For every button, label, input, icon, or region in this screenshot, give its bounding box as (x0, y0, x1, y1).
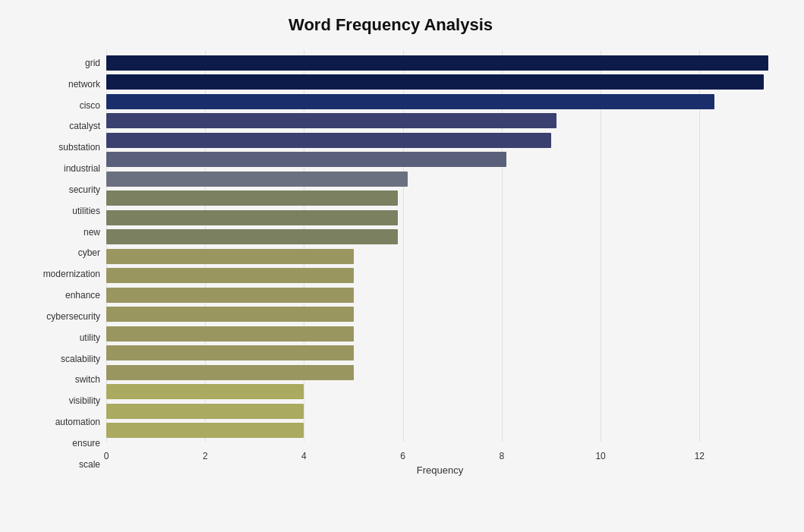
bar-automation (106, 384, 304, 399)
x-tick-10: 10 (595, 451, 605, 461)
x-tick-0: 0 (104, 451, 109, 461)
chart-title: Word Frequency Analysis (8, 15, 774, 35)
y-label-enhance: enhance (65, 285, 100, 305)
y-label-visibility: visibility (69, 391, 100, 411)
bar-substation (106, 133, 551, 148)
bar-row-enhance (106, 266, 774, 286)
x-axis: 024681012 (106, 448, 774, 463)
bar-catalyst (106, 113, 556, 128)
bar-row-catalyst (106, 112, 774, 131)
bar-enhance (106, 268, 354, 283)
x-tick-6: 6 (400, 451, 405, 461)
bar-modernization (106, 249, 354, 264)
chart-container: Word Frequency Analysis gridnetworkcisco… (0, 0, 804, 532)
y-label-scalability: scalability (61, 349, 100, 369)
bar-security (106, 172, 408, 187)
y-axis: gridnetworkciscocatalystsubstationindust… (8, 50, 106, 476)
bar-row-switch (106, 344, 774, 364)
y-label-modernization: modernization (43, 264, 100, 284)
y-label-scale: scale (79, 455, 100, 474)
bar-row-utility (106, 305, 774, 325)
y-label-utilities: utilities (72, 201, 100, 221)
bar-row-grid (106, 53, 774, 73)
bar-utility (106, 307, 354, 322)
y-label-cyber: cyber (78, 243, 100, 263)
y-label-substation: substation (58, 137, 100, 157)
bar-row-utilities (106, 189, 774, 209)
x-tick-4: 4 (301, 451, 307, 461)
bars-and-x: 024681012 Frequency (106, 50, 774, 476)
bar-cyber (106, 229, 398, 244)
bar-new (106, 210, 398, 225)
chart-area: gridnetworkciscocatalystsubstationindust… (8, 50, 774, 476)
bar-row-new (106, 208, 774, 228)
y-label-utility: utility (80, 328, 100, 348)
bar-ensure (106, 404, 304, 419)
bar-row-cybersecurity (106, 285, 774, 305)
bar-row-scalability (106, 324, 774, 344)
bar-row-visibility (106, 363, 774, 382)
bar-row-security (106, 169, 774, 189)
bar-row-network (106, 73, 774, 93)
bar-industrial (106, 152, 506, 167)
y-label-grid: grid (85, 53, 100, 73)
y-label-ensure: ensure (72, 433, 100, 453)
bars-area (106, 50, 774, 442)
bar-row-cyber (106, 228, 774, 247)
bar-utilities (106, 190, 398, 206)
x-tick-12: 12 (695, 451, 705, 461)
bar-row-ensure (106, 401, 774, 421)
bar-network (106, 74, 764, 90)
bar-switch (106, 345, 354, 360)
y-label-switch: switch (75, 370, 100, 389)
bar-row-modernization (106, 247, 774, 266)
x-axis-wrapper: 024681012 Frequency (106, 442, 774, 476)
bar-row-industrial (106, 150, 774, 170)
y-label-new: new (84, 222, 100, 242)
bar-row-cisco (106, 92, 774, 112)
y-label-security: security (69, 180, 100, 200)
bars-wrapper (106, 50, 774, 442)
y-label-network: network (68, 74, 100, 94)
bar-scale (106, 423, 304, 438)
y-label-cybersecurity: cybersecurity (46, 307, 100, 326)
bar-scalability (106, 326, 354, 342)
y-label-cisco: cisco (80, 96, 100, 115)
x-axis-label: Frequency (106, 464, 774, 476)
y-label-catalyst: catalyst (69, 116, 100, 136)
bar-row-scale (106, 421, 774, 441)
x-tick-8: 8 (500, 451, 505, 461)
y-label-automation: automation (55, 412, 100, 432)
y-label-industrial: industrial (64, 159, 100, 178)
bar-grid (106, 55, 768, 71)
bar-visibility (106, 365, 354, 380)
bar-row-substation (106, 131, 774, 150)
bar-row-automation (106, 382, 774, 402)
bar-cybersecurity (106, 288, 354, 303)
x-tick-2: 2 (203, 451, 208, 461)
bar-cisco (106, 94, 714, 109)
